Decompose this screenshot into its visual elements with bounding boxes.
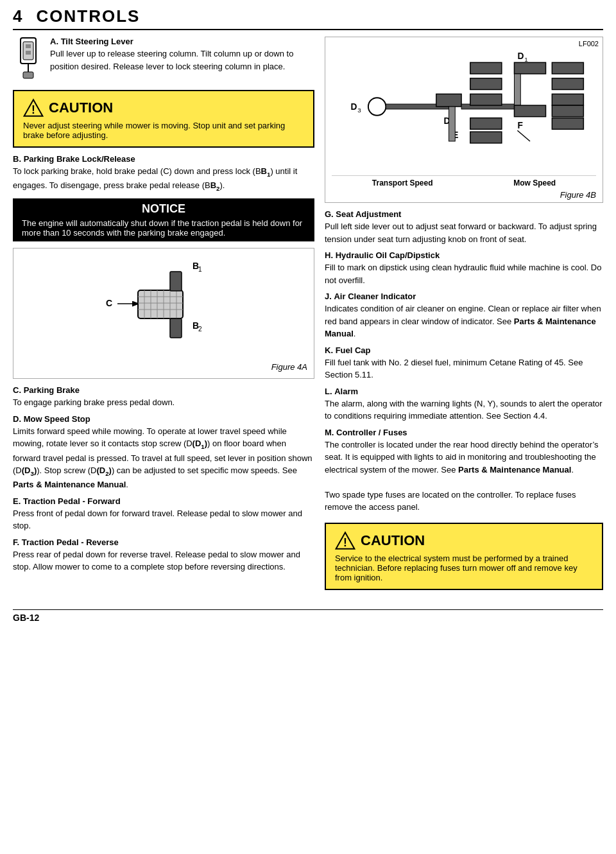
svg-text:D: D (350, 102, 357, 112)
svg-text:F: F (517, 121, 522, 130)
section-m-title: M. Controller / Fuses (325, 428, 603, 437)
chapter-number: 4 (13, 6, 23, 26)
svg-text:D: D (517, 51, 524, 61)
caution-bottom-triangle-icon: ! (335, 530, 355, 551)
caution-bottom: ! CAUTION Service to the electrical syst… (325, 523, 603, 590)
section-b-body: To lock parking brake, hold brake pedal … (13, 165, 314, 193)
svg-rect-44 (552, 62, 583, 74)
section-l-title: L. Alarm (325, 387, 603, 396)
fig4b-mow-label: Mow Speed (513, 179, 556, 187)
svg-text:C: C (106, 298, 112, 308)
section-m-body: The controller is located under the rear… (325, 439, 603, 514)
section-f: F. Traction Pedal - Reverse Press rear o… (13, 537, 314, 573)
figure-4a-svg: B 1 B 2 C (20, 255, 307, 358)
notice-text: The engine will automatically shut down … (22, 218, 305, 238)
svg-rect-33 (436, 94, 461, 107)
svg-rect-47 (552, 105, 583, 117)
section-l-body: The alarm, along with the warning lights… (325, 397, 603, 423)
notice-box: NOTICE The engine will automatically shu… (13, 198, 314, 241)
section-b-title: B. Parking Brake Lock/Release (13, 154, 314, 164)
caution-top: ! CAUTION Never adjust steering while mo… (13, 90, 314, 148)
section-b: B. Parking Brake Lock/Release To lock pa… (13, 154, 314, 193)
svg-rect-52 (470, 118, 502, 130)
section-g-title: G. Seat Adjustment (325, 209, 603, 219)
svg-rect-45 (552, 78, 583, 90)
svg-text:!: ! (343, 536, 347, 548)
main-content: A. Tilt Steering Lever Pull lever up to … (13, 37, 603, 597)
svg-line-42 (517, 130, 530, 141)
lf002-label: LF002 (579, 40, 599, 48)
section-g-body: Pull left side lever out to adjust seat … (325, 220, 603, 245)
section-e: E. Traction Pedal - Forward Press front … (13, 496, 314, 532)
section-k-body: Fill fuel tank with No. 2 diesel fuel, m… (325, 356, 603, 381)
section-f-body: Press rear of pedal down for reverse tra… (13, 548, 314, 573)
section-c-title: C. Parking Brake (13, 385, 314, 395)
section-h-body: Fill to mark on dipstick using clean hyd… (325, 261, 603, 286)
caution-triangle-icon: ! (23, 98, 44, 118)
section-c-body: To engage parking brake press pedal down… (13, 396, 314, 409)
svg-rect-25 (170, 318, 182, 338)
figure-4a: B 1 B 2 C (13, 248, 314, 379)
svg-text:1: 1 (198, 266, 202, 273)
section-d-body: Limits forward speed while mowing. To op… (13, 425, 314, 491)
right-column: LF002 D 3 D 2 E (325, 37, 603, 597)
tilt-steering-icon (13, 37, 44, 82)
section-a-body: Pull lever up to release steering column… (50, 48, 314, 73)
section-d-title: D. Mow Speed Stop (13, 414, 314, 424)
svg-rect-5 (23, 72, 33, 78)
svg-rect-51 (470, 94, 502, 105)
section-g: G. Seat Adjustment Pull left side lever … (325, 209, 603, 245)
section-d: D. Mow Speed Stop Limits forward speed w… (13, 414, 314, 491)
svg-point-29 (368, 98, 386, 115)
fig4b-transport-label: Transport Speed (372, 179, 433, 187)
svg-rect-3 (26, 51, 31, 55)
page-header: 4 CONTROLS (13, 6, 603, 30)
footer-label: GB-12 (13, 613, 39, 623)
svg-rect-38 (514, 62, 545, 74)
section-a: A. Tilt Steering Lever Pull lever up to … (13, 37, 314, 83)
section-e-body: Press front of pedal down for forward tr… (13, 507, 314, 532)
page: 4 CONTROLS (0, 0, 616, 636)
figure-4a-label: Figure 4A (20, 362, 307, 372)
svg-rect-24 (170, 272, 182, 291)
section-h-title: H. Hydraulic Oil Cap/Dipstick (325, 250, 603, 260)
left-column: A. Tilt Steering Lever Pull lever up to … (13, 37, 314, 597)
svg-rect-50 (470, 78, 502, 90)
section-l: L. Alarm The alarm, along with the warni… (325, 387, 603, 423)
figure-4b-footer: Transport Speed Mow Speed (332, 175, 596, 187)
svg-rect-2 (26, 44, 31, 48)
svg-rect-46 (552, 94, 583, 105)
section-e-title: E. Traction Pedal - Forward (13, 496, 314, 506)
caution-bottom-title: ! CAUTION (335, 530, 593, 551)
svg-rect-40 (514, 74, 520, 105)
svg-rect-43 (514, 105, 545, 117)
section-c: C. Parking Brake To engage parking brake… (13, 385, 314, 409)
figure-4b: LF002 D 3 D 2 E (325, 37, 603, 203)
section-h: H. Hydraulic Oil Cap/Dipstick Fill to ma… (325, 250, 603, 286)
page-footer: GB-12 (13, 609, 603, 623)
svg-text:2: 2 (198, 326, 202, 333)
svg-rect-53 (470, 132, 502, 143)
caution-top-text: Never adjust steering while mower is mov… (23, 121, 304, 140)
figure-4b-svg: D 3 D 2 E D 1 (332, 42, 596, 171)
section-a-title: A. Tilt Steering Lever (50, 37, 314, 46)
svg-text:3: 3 (357, 107, 361, 114)
section-j-title: J. Air Cleaner Indicator (325, 292, 603, 301)
svg-rect-35 (449, 107, 455, 141)
svg-text:!: ! (31, 103, 35, 116)
svg-rect-49 (470, 62, 502, 74)
section-j: J. Air Cleaner Indicator Indicates condi… (325, 292, 603, 340)
section-k: K. Fuel Cap Fill fuel tank with No. 2 di… (325, 345, 603, 381)
section-m: M. Controller / Fuses The controller is … (325, 428, 603, 514)
figure-4b-label: Figure 4B (332, 190, 596, 200)
section-j-body: Indicates condition of air cleaner on en… (325, 302, 603, 340)
section-k-title: K. Fuel Cap (325, 345, 603, 355)
caution-top-title: ! CAUTION (23, 98, 304, 118)
svg-rect-48 (552, 118, 583, 130)
section-f-title: F. Traction Pedal - Reverse (13, 537, 314, 547)
notice-title: NOTICE (22, 202, 305, 216)
caution-bottom-text: Service to the electrical system must be… (335, 553, 593, 582)
chapter-title: CONTROLS (36, 6, 140, 26)
